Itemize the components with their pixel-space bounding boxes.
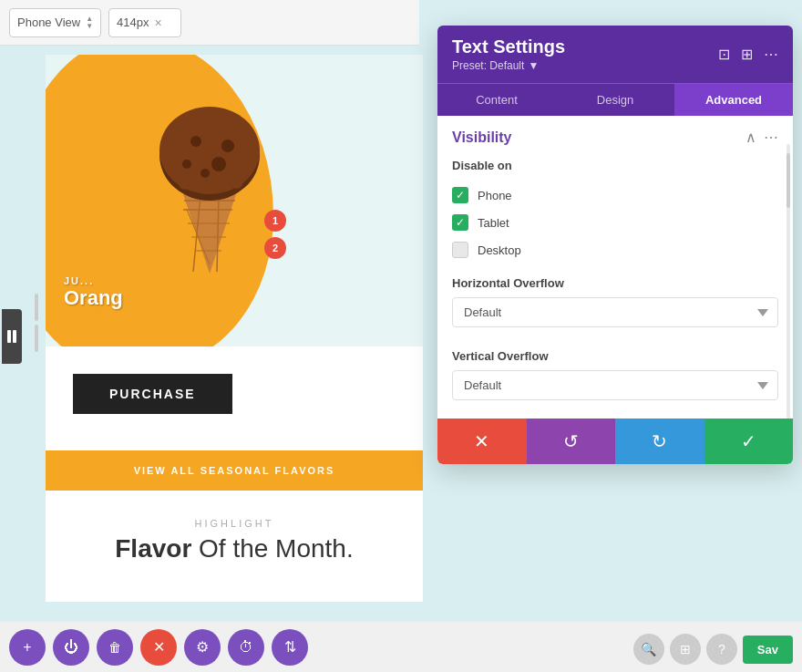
- power-button[interactable]: ⏻: [53, 629, 89, 666]
- bottom-toolbar: + ⏻ 🗑 ✕ ⚙ ⏱ ⇅ 🔍 ⊞ ? Sav: [0, 622, 802, 672]
- svg-point-17: [178, 171, 190, 190]
- collapse-button[interactable]: ∧: [745, 129, 756, 146]
- orange-partial-text: Orang: [64, 286, 123, 310]
- view-select-label: Phone View: [17, 16, 80, 29]
- tab-content[interactable]: Content: [437, 84, 556, 116]
- ice-cream-hero: 1 2 JU... Orang: [46, 55, 423, 346]
- tab-advanced[interactable]: Advanced: [674, 84, 793, 116]
- purchase-section: PURCHASE: [46, 346, 423, 441]
- settings-panel: Text Settings Preset: Default ▼ ⊡ ⊞ ⋯ Co…: [437, 26, 793, 464]
- close-button[interactable]: ✕: [140, 629, 177, 666]
- seasonal-section: VIEW ALL SEASONAL FLAVORS: [46, 450, 423, 491]
- search-br-button[interactable]: 🔍: [633, 634, 664, 665]
- panel-preset[interactable]: Preset: Default ▼: [452, 59, 565, 72]
- panel-scrollbar: [786, 144, 791, 419]
- tablet-checkbox-row: ✓ Tablet: [437, 209, 793, 236]
- more-icon[interactable]: ⋯: [764, 46, 778, 63]
- top-toolbar: Phone View ▲▼ 414px ×: [0, 0, 419, 46]
- px-close-icon[interactable]: ×: [155, 16, 162, 30]
- sliders-button[interactable]: ⇅: [272, 629, 308, 666]
- add-button[interactable]: +: [9, 629, 46, 666]
- horizontal-overflow-section: Horizontal Overflow Default Visible Hidd…: [437, 264, 793, 336]
- layout-icon[interactable]: ⊞: [741, 46, 753, 63]
- drag-handle-bar: [35, 325, 38, 352]
- svg-rect-19: [13, 330, 16, 343]
- redo-action-button[interactable]: ↻: [615, 419, 704, 464]
- flavor-month-text: Flavor Of the Month.: [73, 534, 396, 563]
- action-row: ✕ ↺ ↻ ✓: [437, 419, 793, 464]
- px-input[interactable]: 414px ×: [108, 8, 181, 37]
- seasonal-label: VIEW ALL SEASONAL FLAVORS: [73, 465, 396, 476]
- badge-2: 2: [264, 237, 286, 259]
- svg-marker-0: [182, 191, 237, 274]
- tab-design[interactable]: Design: [556, 84, 674, 116]
- save-br-button[interactable]: Sav: [743, 636, 793, 664]
- responsive-icon[interactable]: ⊡: [718, 46, 730, 63]
- phone-checkbox-row: ✓ Phone: [437, 181, 793, 209]
- bottom-right-actions: 🔍 ⊞ ? Sav: [633, 634, 793, 665]
- panel-header: Text Settings Preset: Default ▼ ⊡ ⊞ ⋯: [437, 26, 793, 83]
- scrollbar-track: [787, 144, 790, 419]
- svg-point-14: [221, 140, 234, 152]
- highlight-label: HIGHLIGHT: [73, 518, 396, 529]
- desktop-checkbox[interactable]: [452, 242, 468, 258]
- svg-rect-18: [7, 330, 11, 343]
- help-br-button[interactable]: ?: [706, 634, 737, 665]
- panel-tabs: Content Design Advanced: [437, 83, 793, 116]
- badge-1: 1: [264, 210, 286, 232]
- history-button[interactable]: ⏱: [228, 629, 264, 666]
- disable-on-label: Disable on: [437, 155, 793, 181]
- phone-label: Phone: [478, 189, 512, 202]
- svg-point-12: [211, 157, 226, 171]
- reset-action-button[interactable]: ↺: [527, 419, 616, 464]
- purchase-button[interactable]: PURCHASE: [73, 374, 232, 414]
- vertical-overflow-section: Vertical Overflow Default Visible Hidden…: [437, 336, 793, 409]
- highlight-section: HIGHLIGHT Flavor Of the Month.: [46, 491, 423, 591]
- layers-br-button[interactable]: ⊞: [670, 634, 701, 665]
- save-action-button[interactable]: ✓: [704, 419, 794, 464]
- svg-point-13: [200, 169, 210, 178]
- panel-title-block: Text Settings Preset: Default ▼: [452, 36, 565, 72]
- visibility-title: Visibility: [452, 129, 512, 146]
- horizontal-overflow-select[interactable]: Default Visible Hidden Scroll Auto: [452, 297, 778, 327]
- desktop-checkbox-row: Desktop: [437, 236, 793, 264]
- vertical-overflow-label: Vertical Overflow: [452, 349, 778, 363]
- phone-checkbox[interactable]: ✓: [452, 187, 468, 203]
- view-select-arrows: ▲▼: [86, 16, 93, 30]
- px-value: 414px: [117, 16, 149, 29]
- view-select[interactable]: Phone View ▲▼: [9, 8, 101, 37]
- section-more-button[interactable]: ⋯: [764, 129, 778, 146]
- phone-preview: 1 2 JU... Orang PURCHASE VIEW ALL SEASON…: [46, 55, 423, 602]
- scrollbar-thumb[interactable]: [787, 153, 790, 208]
- settings-button[interactable]: ⚙: [184, 629, 221, 666]
- section-actions: ∧ ⋯: [745, 129, 778, 146]
- visibility-section-header: Visibility ∧ ⋯: [437, 116, 793, 155]
- left-side-button[interactable]: [2, 309, 22, 364]
- panel-icons: ⊡ ⊞ ⋯: [718, 46, 778, 63]
- tablet-checkbox[interactable]: ✓: [452, 214, 468, 231]
- drag-handle-bar: [35, 294, 38, 321]
- panel-title: Text Settings: [452, 36, 565, 57]
- trash-button[interactable]: 🗑: [97, 629, 133, 666]
- drag-handle[interactable]: [35, 294, 38, 352]
- horizontal-overflow-label: Horizontal Overflow: [452, 276, 778, 290]
- cancel-action-button[interactable]: ✕: [437, 419, 527, 464]
- tablet-label: Tablet: [478, 216, 509, 230]
- preset-arrow-icon: ▼: [528, 59, 539, 72]
- svg-point-15: [182, 160, 191, 169]
- svg-point-11: [190, 136, 201, 147]
- panel-body: Visibility ∧ ⋯ Disable on ✓ Phone ✓ Tabl…: [437, 116, 793, 464]
- svg-point-10: [159, 107, 260, 194]
- desktop-label: Desktop: [478, 243, 521, 257]
- svg-point-16: [230, 167, 244, 189]
- vertical-overflow-select[interactable]: Default Visible Hidden Scroll Auto: [452, 370, 778, 400]
